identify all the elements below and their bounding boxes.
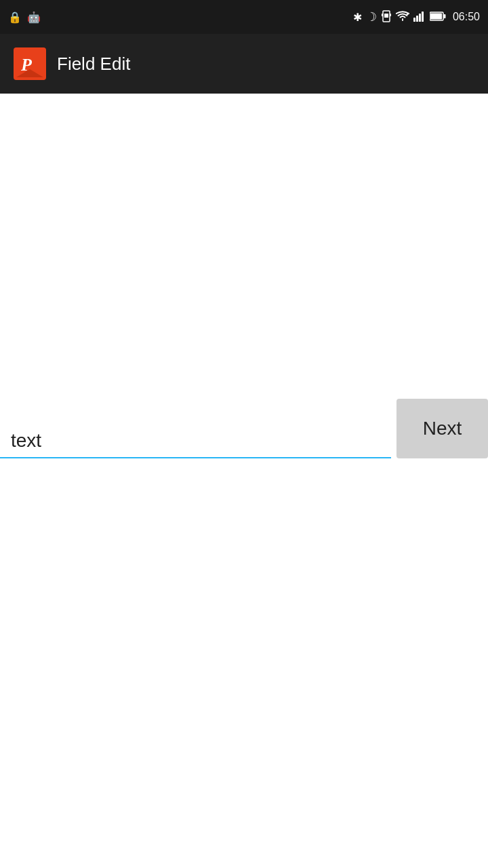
- status-right-icons: ✱ ☽: [353, 9, 480, 24]
- svg-rect-10: [430, 13, 442, 19]
- bluetooth-icon: ✱: [353, 11, 362, 24]
- app-bar: P Field Edit: [0, 34, 488, 94]
- input-row: Next: [0, 399, 488, 458]
- signal-icon: [413, 11, 426, 24]
- status-bar: 🔒 🤖 ✱ ☽: [0, 0, 488, 34]
- svg-rect-2: [382, 14, 383, 16]
- app-bar-title: Field Edit: [57, 54, 130, 75]
- android-icon: 🤖: [27, 11, 41, 24]
- main-content: Next: [0, 94, 488, 868]
- svg-rect-11: [443, 14, 445, 18]
- svg-rect-8: [422, 12, 424, 22]
- status-time: 06:50: [453, 11, 480, 23]
- vibrate-icon: [381, 10, 392, 24]
- status-left-icons: 🔒 🤖: [8, 11, 41, 24]
- text-input-wrapper[interactable]: [0, 425, 391, 458]
- svg-rect-6: [416, 16, 418, 22]
- sim-icon: 🔒: [8, 11, 22, 24]
- text-input[interactable]: [11, 430, 380, 452]
- svg-rect-1: [384, 14, 388, 18]
- svg-rect-3: [390, 14, 391, 16]
- battery-icon: [430, 12, 446, 23]
- svg-rect-7: [419, 14, 421, 22]
- app-logo: P: [14, 47, 46, 80]
- svg-text:P: P: [20, 55, 33, 75]
- wifi-icon: [396, 11, 409, 24]
- svg-rect-5: [413, 18, 415, 22]
- moon-icon: ☽: [366, 9, 377, 24]
- next-button[interactable]: Next: [396, 399, 488, 458]
